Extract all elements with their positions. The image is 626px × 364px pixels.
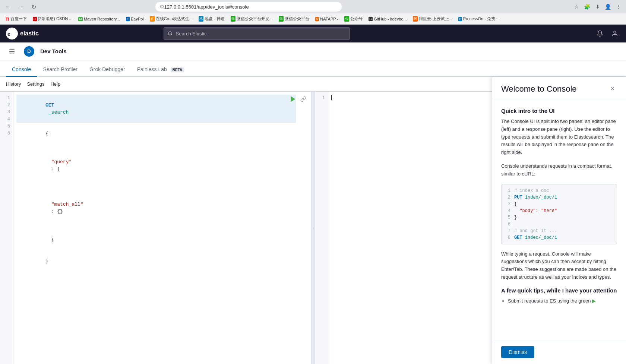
curl-intro-text: Console understands requests in a compac… <box>501 162 617 178</box>
response-line-numbers: 1 <box>315 92 328 364</box>
svg-line-5 <box>171 35 172 36</box>
bookmark-gzh[interactable]: 公 公众号 <box>342 15 365 22</box>
tips-heading: A few quick tips, while I have your atte… <box>501 287 617 294</box>
snippet-line-1: 1 # index a doc <box>505 187 614 194</box>
kibana-header-right <box>595 28 620 39</box>
code-line-5: } <box>16 229 296 250</box>
welcome-header: Welcome to Console × <box>492 77 626 100</box>
address-bar[interactable]: 127.0.0.1:5601/app/dev_tools#/console <box>155 2 342 12</box>
snippet-line-7: 7 # and get it ... <box>505 228 614 234</box>
bookmarks-bar: 百 百度一下 C (2条消息) CSDN ... M Maven Reposit… <box>0 13 626 25</box>
bookmark-aliyun[interactable]: 阿 阿里云-上云就上... <box>411 15 455 22</box>
tab-search-profiler[interactable]: Search Profiler <box>37 63 83 77</box>
settings-button[interactable]: Settings <box>27 81 44 87</box>
svg-point-4 <box>168 32 171 35</box>
code-line-1: GET _search <box>16 95 296 123</box>
help-button[interactable]: Help <box>50 81 60 87</box>
search-placeholder: Search Elastic <box>176 31 207 37</box>
more-btn[interactable]: ⋮ <box>614 2 623 11</box>
snippet-line-5: 5 } <box>505 214 614 221</box>
editor-content[interactable]: 1 2 3 4 5 6 GET _search { "query" : <box>0 92 311 364</box>
svg-marker-10 <box>291 97 294 101</box>
bookmark-processon[interactable]: P ProcessOn - 免费... <box>456 15 501 22</box>
nav-avatar[interactable]: D <box>24 46 34 57</box>
forward-button[interactable]: → <box>16 1 26 12</box>
browser-chrome: ← → ↻ 127.0.0.1:5601/app/dev_tools#/cons… <box>0 0 626 13</box>
history-button[interactable]: History <box>6 81 21 87</box>
bookmark-wechat[interactable]: 微 微信公众平台 <box>276 15 312 22</box>
copy-button[interactable] <box>299 95 308 104</box>
editor-actions <box>288 95 308 104</box>
snippet-line-8: 8 GET index/_doc/1 <box>505 234 614 241</box>
code-line-3: "query" : { <box>16 144 296 187</box>
svg-line-1 <box>163 7 164 8</box>
bookmark-baidu[interactable]: 百 百度一下 <box>3 15 29 22</box>
url-text: 127.0.0.1:5601/app/dev_tools#/console <box>164 4 249 10</box>
code-line-4: "match_all" : {} <box>16 187 296 229</box>
bookmark-maven[interactable]: M Maven Repository... <box>76 16 122 22</box>
resize-handle[interactable]: · · · <box>311 92 315 364</box>
back-button[interactable]: ← <box>3 1 13 12</box>
profile-btn[interactable]: 👤 <box>604 2 613 11</box>
kibana-header: e elastic Search Elastic <box>0 25 626 42</box>
bookmark-csdn[interactable]: C (2条消息) CSDN ... <box>31 15 75 22</box>
welcome-title: Welcome to Console <box>501 84 577 94</box>
bookmark-cron[interactable]: 在 在线Cron表达式生... <box>148 15 195 22</box>
run-button[interactable] <box>288 95 297 104</box>
svg-point-6 <box>614 31 616 33</box>
line-numbers: 1 2 3 4 5 6 <box>0 92 13 364</box>
snippet-line-2: 2 PUT index/_doc/1 <box>505 194 614 201</box>
browser-actions: ☆ 🧩 ⬇ 👤 ⋮ <box>572 2 623 11</box>
hamburger-menu[interactable] <box>6 45 18 57</box>
tab-painless-lab[interactable]: Painless Lab BETA <box>131 63 190 77</box>
code-line-2: { <box>16 123 296 144</box>
bookmark-github[interactable]: G GitHub - itdevbo... <box>366 16 409 22</box>
bookmark-shendao[interactable]: 地 地盘 - 神道 <box>196 15 227 22</box>
quick-intro-heading: Quick intro to the UI <box>501 108 617 114</box>
download-btn[interactable]: ⬇ <box>593 2 602 11</box>
svg-text:e: e <box>7 31 10 37</box>
beta-badge: BETA <box>171 67 184 72</box>
notifications-icon[interactable] <box>595 28 605 39</box>
snippet-line-6: 6 <box>505 221 614 228</box>
snippet-line-3: 3 { <box>505 201 614 208</box>
tabs-bar: Console Search Profiler Grok Debugger Pa… <box>0 60 626 77</box>
kibana-search[interactable]: Search Elastic <box>164 27 350 40</box>
close-welcome-button[interactable]: × <box>608 84 617 93</box>
bookmark-natapp[interactable]: N NATAPP - <box>313 16 341 22</box>
snippet-line-4: 4 "body": "here" <box>505 208 614 214</box>
editor-pane: 1 2 3 4 5 6 GET _search { "query" : <box>0 92 311 364</box>
bookmark-star[interactable]: ☆ <box>572 2 581 11</box>
tips-list: Submit requests to ES using the green ▶ <box>501 297 617 305</box>
welcome-panel: Welcome to Console × Quick intro to the … <box>492 77 626 364</box>
kibana-nav: D Dev Tools <box>0 42 626 60</box>
suggestion-text: While typing a request, Console will mak… <box>501 250 617 281</box>
kibana-logo[interactable]: e elastic <box>6 28 39 39</box>
welcome-footer: Dismiss <box>492 340 626 364</box>
code-editor[interactable]: GET _search { "query" : { "match_all" : … <box>13 92 311 364</box>
code-snippet: 1 # index a doc 2 PUT index/_doc/1 3 { 4… <box>501 184 617 244</box>
tip-item-1: Submit requests to ES using the green ▶ <box>508 297 617 305</box>
welcome-body: Quick intro to the UI The Console UI is … <box>492 100 626 340</box>
cursor <box>331 95 332 100</box>
user-icon[interactable] <box>610 28 620 39</box>
quick-intro-text: The Console UI is split into two panes: … <box>501 118 617 156</box>
nav-title: Dev Tools <box>40 48 67 54</box>
tab-console[interactable]: Console <box>6 63 37 77</box>
bookmark-eaypoi[interactable]: E EayPoi <box>124 16 146 22</box>
code-line-6: } <box>16 250 296 272</box>
extension-puzzle[interactable]: 🧩 <box>583 2 592 11</box>
logo-text: elastic <box>20 30 39 37</box>
bookmark-wechat-dev[interactable]: 微 微信公众平台开发... <box>228 15 275 22</box>
refresh-button[interactable]: ↻ <box>28 1 39 12</box>
tab-grok-debugger[interactable]: Grok Debugger <box>83 63 131 77</box>
svg-point-0 <box>160 5 163 8</box>
dismiss-button[interactable]: Dismiss <box>501 346 534 358</box>
